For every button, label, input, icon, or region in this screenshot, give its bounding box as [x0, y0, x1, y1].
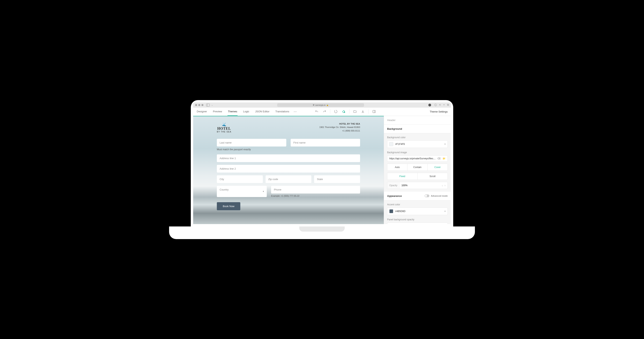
first-name-input[interactable]: First name	[291, 139, 360, 147]
url-text: surveyjs.io	[315, 104, 326, 106]
globe-icon: ⊕	[313, 104, 314, 106]
top-toolbar: Designer Preview Themes Logic JSON Edito…	[193, 108, 451, 116]
panel-toggle-icon[interactable]	[370, 108, 378, 115]
hotel-address: 1901 Thornridge Cir. Shiloh, Hawaii 8106…	[320, 126, 360, 129]
opacity-value[interactable]: 100%	[400, 182, 440, 189]
accent-color-picker[interactable]: #4B5D6D ▾	[387, 207, 448, 215]
traffic-light-zoom[interactable]	[202, 104, 204, 106]
laptop-base	[169, 226, 475, 239]
passport-helper-text: Must match the passport exactly	[217, 148, 360, 151]
hotel-info: HOTEL BY THE SEA 1901 Thornridge Cir. Sh…	[320, 122, 360, 133]
tabs-icon[interactable]: ⧉	[447, 103, 449, 107]
phone-input[interactable]: Phone	[271, 186, 360, 193]
bg-image-input[interactable]: https://api.surveyjs.io/private/Surveys/…	[387, 155, 448, 162]
hotel-phone: +1 (808) 555-0111	[320, 129, 360, 133]
hotel-logo: 🌊 HOTEL BY THE SEA	[217, 122, 232, 133]
laptop-screen-frame: ⌄ ⊕ surveyjs.io 🔒 ⓘ ⎋ + ⧉ Designer Previ…	[191, 100, 453, 226]
bg-attach-group: Fixed Scroll	[387, 173, 448, 180]
eraser-icon[interactable]: ⌫	[437, 157, 440, 160]
folder-icon[interactable]: 📁	[442, 157, 446, 160]
tab-themes[interactable]: Themes	[228, 108, 238, 116]
bg-color-value: #F1F4F6	[395, 143, 405, 146]
url-bar[interactable]: ⊕ surveyjs.io 🔒	[277, 103, 364, 107]
accent-color-swatch	[389, 209, 393, 213]
accent-color-label: Accent color	[387, 203, 448, 206]
share-icon[interactable]: ⎋	[439, 103, 441, 107]
tab-designer[interactable]: Designer	[196, 108, 207, 116]
book-now-button[interactable]: Book Now	[217, 202, 240, 210]
hotel-name: HOTEL BY THE SEA	[320, 122, 360, 126]
more-icon[interactable]: ⋯	[294, 110, 297, 114]
tab-json-editor[interactable]: JSON Editor	[255, 108, 270, 116]
panel-opacity-label: Panel background opacity	[387, 218, 448, 221]
export-icon[interactable]	[359, 108, 366, 115]
panel-opacity-input[interactable]: 100% ↓↑	[387, 222, 448, 224]
bg-fit-contain[interactable]: Contain	[408, 164, 428, 171]
reset-icon[interactable]	[332, 108, 339, 115]
tab-translations[interactable]: Translations	[275, 108, 290, 116]
background-section-toggle[interactable]: Background	[384, 125, 451, 133]
info-icon[interactable]: ⓘ	[434, 103, 437, 107]
import-icon[interactable]	[352, 108, 358, 115]
wave-icon: 🌊	[222, 122, 226, 127]
bg-attach-fixed[interactable]: Fixed	[387, 173, 418, 180]
last-name-input[interactable]: Last name	[217, 139, 286, 147]
zip-input[interactable]: Zip code	[266, 175, 312, 183]
address1-input[interactable]: Address line 1	[217, 154, 360, 162]
bg-attach-scroll[interactable]: Scroll	[418, 173, 448, 180]
arrow-up-icon[interactable]: ↑	[444, 184, 446, 187]
country-select[interactable]: Country	[217, 186, 267, 197]
chevron-down-icon[interactable]: ⌄	[211, 104, 213, 106]
phone-example-text: Example: +1 (555) 777-55-22	[271, 195, 360, 197]
traffic-light-close[interactable]	[195, 104, 197, 106]
lock-icon: 🔒	[326, 104, 328, 106]
bg-image-label: Background image	[387, 151, 448, 154]
bg-color-picker[interactable]: #F1F4F6 ▾	[387, 140, 448, 148]
bg-color-label: Background color	[387, 136, 448, 139]
appearance-label: Appearance	[387, 194, 402, 197]
app-window: Designer Preview Themes Logic JSON Edito…	[193, 108, 451, 224]
logo-text-top: HOTEL	[217, 127, 231, 131]
arrow-down-icon[interactable]: ↓	[442, 184, 443, 187]
extension-badge[interactable]	[428, 104, 431, 106]
redo-icon[interactable]	[321, 108, 328, 115]
undo-icon[interactable]	[313, 108, 320, 115]
theme-paint-icon[interactable]	[340, 108, 347, 115]
address2-input[interactable]: Address line 2	[217, 165, 360, 173]
traffic-light-minimize[interactable]	[198, 104, 200, 106]
tab-preview[interactable]: Preview	[212, 108, 222, 116]
city-input[interactable]: City	[217, 175, 263, 183]
browser-chrome: ⌄ ⊕ surveyjs.io 🔒 ⓘ ⎋ + ⧉	[193, 103, 451, 108]
plus-icon[interactable]: +	[443, 103, 445, 107]
bg-fit-cover[interactable]: Cover	[428, 164, 448, 171]
bg-image-url: https://api.surveyjs.io/private/Surveys/…	[389, 157, 436, 160]
svg-rect-0	[373, 110, 376, 113]
advanced-mode-toggle[interactable]	[424, 194, 429, 197]
theme-settings-panel: Header Background Background color #F1F4…	[384, 116, 451, 224]
bg-opacity-row: Opacity 100% ↓↑	[387, 182, 448, 189]
state-input[interactable]: State	[314, 175, 360, 183]
chevron-down-icon: ▾	[444, 210, 446, 212]
tab-logic[interactable]: Logic	[243, 108, 250, 116]
accent-color-value: #4B5D6D	[395, 210, 406, 213]
opacity-label: Opacity	[387, 182, 400, 189]
editor-tabs: Designer Preview Themes Logic JSON Edito…	[196, 108, 290, 116]
chevron-down-icon: ▾	[444, 143, 446, 145]
theme-settings-label: Theme Settings	[430, 110, 448, 113]
laptop-notch	[299, 226, 345, 232]
header-section-toggle[interactable]: Header	[384, 116, 451, 125]
bg-color-swatch	[389, 142, 393, 146]
sidebar-toggle-icon[interactable]	[206, 104, 210, 106]
appearance-section-toggle[interactable]: Appearance Advanced mode	[384, 192, 451, 200]
bg-fit-auto[interactable]: Auto	[387, 164, 408, 171]
advanced-mode-label: Advanced mode	[431, 195, 448, 197]
bg-fit-group: Auto Contain Cover	[387, 164, 448, 171]
logo-text-bottom: BY THE SEA	[217, 131, 232, 133]
survey-canvas: 🌊 HOTEL BY THE SEA HOTEL BY THE SEA 1901…	[193, 116, 384, 224]
